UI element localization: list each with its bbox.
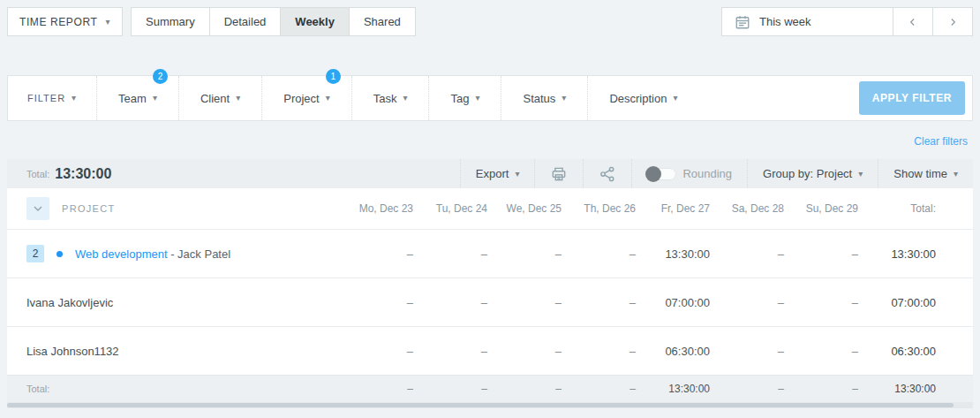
print-icon (550, 165, 568, 183)
group-by-label: Group by: Project (763, 167, 852, 180)
day-column-header: Sa, Dec 28 (720, 202, 795, 215)
table-header-row: PROJECT Mo, Dec 23 Tu, Dec 24 We, Dec 25… (7, 188, 973, 229)
filter-project[interactable]: Project ▾ 1 (261, 76, 351, 120)
table-row: Lisa Johnson1132 – – – – 06:30:00 – – 06… (7, 326, 973, 375)
calendar-icon (735, 14, 750, 30)
export-dropdown[interactable]: Export ▾ (460, 159, 535, 188)
filter-description[interactable]: Description ▾ (587, 76, 698, 120)
previous-week-button[interactable] (893, 8, 932, 35)
member-name: Ivana Jakovljevic (26, 296, 113, 309)
filter-status[interactable]: Status ▾ (501, 76, 587, 120)
date-range-label: This week (759, 15, 811, 28)
footer-day-value: – (350, 383, 424, 395)
filter-item-label: Task (373, 92, 397, 105)
caret-down-icon: ▾ (105, 18, 110, 27)
day-value: – (720, 345, 795, 358)
caret-down-icon: ▾ (858, 170, 863, 179)
filter-item-label: Project (283, 92, 319, 105)
tab-summary[interactable]: Summary (131, 7, 210, 36)
apply-filter-button[interactable]: APPLY FILTER (859, 81, 965, 115)
caret-down-icon: ▾ (562, 94, 566, 103)
project-color-dot (57, 251, 63, 257)
scrollbar-thumb[interactable] (7, 403, 954, 407)
share-button[interactable] (583, 159, 631, 188)
table-footer-row: Total: – – – – 13:30:00 – – 13:30:00 (7, 375, 973, 402)
export-label: Export (476, 167, 509, 180)
day-value: – (572, 296, 646, 309)
rounding-toggle[interactable] (647, 168, 676, 180)
share-icon (599, 165, 616, 183)
next-week-button[interactable] (932, 8, 972, 35)
day-value: – (795, 345, 869, 358)
filter-client[interactable]: Client ▾ (178, 76, 261, 120)
toggle-knob (645, 166, 661, 182)
footer-day-value: 13:30:00 (646, 383, 720, 395)
filter-item-label: Status (523, 92, 555, 105)
tab-label: Detailed (224, 15, 267, 28)
caret-down-icon: ▾ (515, 170, 519, 179)
row-total: 07:00:00 (869, 296, 966, 309)
date-range-picker: This week (721, 7, 973, 36)
footer-day-value: – (572, 383, 646, 395)
caret-down-icon: ▾ (72, 94, 77, 103)
total-value: 13:30:00 (55, 166, 111, 182)
filter-team[interactable]: Team ▾ 2 (96, 76, 178, 120)
report-tabs: Summary Detailed Weekly Shared (132, 7, 416, 36)
tab-label: Weekly (295, 15, 335, 28)
filter-item-label: Description (609, 92, 667, 105)
total-label: Total: (26, 169, 49, 179)
day-value: – (572, 345, 646, 358)
day-column-header: Fr, Dec 27 (646, 202, 720, 215)
print-button[interactable] (534, 159, 583, 188)
group-by-dropdown[interactable]: Group by: Project ▾ (747, 159, 878, 188)
filter-task[interactable]: Task ▾ (351, 76, 429, 120)
filter-dropdown[interactable]: FILTER ▾ (8, 76, 96, 120)
entry-count-badge[interactable]: 2 (26, 245, 44, 262)
filter-item-label: Tag (450, 92, 469, 105)
footer-day-value: – (498, 383, 572, 395)
chevron-down-icon (31, 201, 45, 216)
tab-detailed[interactable]: Detailed (209, 7, 282, 36)
tab-label: Shared (364, 15, 401, 28)
member-name: Lisa Johnson1132 (26, 345, 119, 358)
row-total: 13:30:00 (869, 247, 966, 261)
day-value: 06:30:00 (646, 345, 720, 358)
report-type-label: TIME REPORT (19, 16, 97, 28)
day-value: 13:30:00 (646, 247, 720, 261)
caret-down-icon: ▾ (673, 94, 677, 103)
day-value: – (498, 247, 572, 261)
day-value: – (795, 247, 869, 261)
team-filter-badge: 2 (153, 69, 168, 84)
day-value: – (350, 345, 424, 358)
filter-bar: FILTER ▾ Team ▾ 2 Client ▾ Project ▾ 1 T… (7, 75, 973, 121)
footer-day-value: – (720, 383, 795, 395)
tab-shared[interactable]: Shared (349, 7, 416, 36)
report-total: Total: 13:30:00 (7, 159, 460, 188)
day-column-header: Su, Dec 29 (795, 202, 869, 215)
day-value: – (424, 296, 498, 309)
footer-total: 13:30:00 (869, 383, 966, 395)
table-row: Ivana Jakovljevic – – – – 07:00:00 – – 0… (7, 277, 973, 326)
report-type-dropdown[interactable]: TIME REPORT ▾ (7, 7, 123, 36)
horizontal-scrollbar[interactable] (7, 402, 973, 408)
day-value: – (350, 296, 424, 309)
collapse-all-button[interactable] (26, 197, 49, 220)
filter-tag[interactable]: Tag ▾ (428, 76, 501, 120)
project-name-link[interactable]: Web development (75, 247, 168, 261)
project-member-suffix: - Jack Patel (170, 247, 230, 261)
tab-weekly[interactable]: Weekly (280, 7, 350, 36)
date-range-button[interactable]: This week (722, 8, 893, 35)
clear-filters-link[interactable]: Clear filters (914, 135, 968, 148)
footer-day-value: – (795, 383, 869, 395)
caret-down-icon: ▾ (236, 94, 240, 103)
filter-item-label: Team (118, 92, 147, 105)
day-column-header: Th, Dec 26 (572, 202, 646, 215)
rounding-label: Rounding (682, 167, 732, 180)
day-column-header: Tu, Dec 24 (424, 202, 498, 215)
day-value: – (350, 247, 424, 261)
report-nav: TIME REPORT ▾ Summary Detailed Weekly Sh… (7, 7, 416, 36)
caret-down-icon: ▾ (403, 94, 407, 103)
show-time-dropdown[interactable]: Show time ▾ (878, 159, 973, 188)
day-value: – (424, 345, 498, 358)
project-filter-badge: 1 (326, 69, 341, 84)
